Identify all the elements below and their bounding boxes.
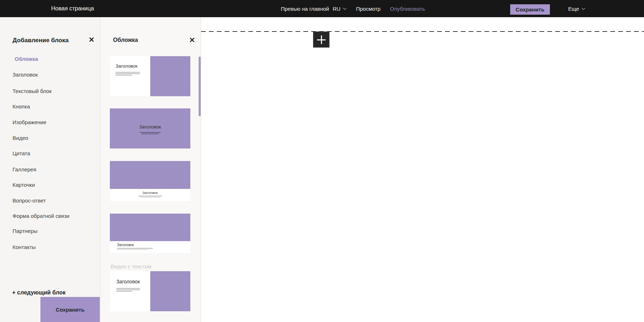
close-icon[interactable]: ✕	[88, 36, 96, 44]
template-body-lines	[138, 196, 162, 198]
panel-save-button[interactable]: Сохранить	[40, 297, 100, 322]
template-image-placeholder	[110, 161, 190, 189]
template-thumbnail-cover-full[interactable]: Заголовок	[110, 108, 190, 148]
sidebar-item-quote[interactable]: Цитата	[13, 150, 30, 157]
sidebar-item-cards[interactable]: Карточки	[13, 181, 35, 189]
template-thumbnail-video-with-text[interactable]: Заголовок	[110, 271, 190, 312]
sidebar-item-text-block[interactable]: Текстовый блок	[13, 88, 52, 95]
preview-on-main-link[interactable]: Превью на главной	[281, 0, 329, 17]
sidebar-item-cover[interactable]: Обложка	[15, 55, 38, 63]
close-icon[interactable]: ✕	[188, 36, 196, 44]
template-heading: Заголовок	[110, 191, 190, 195]
sidebar-item-contacts[interactable]: Контакты	[13, 244, 36, 251]
template-body-lines	[116, 72, 140, 76]
sidebar-item-image[interactable]: Изображение	[13, 119, 47, 126]
sidebar-item-video[interactable]: Видео	[13, 135, 28, 142]
view-link[interactable]: Просмотр	[356, 0, 381, 17]
top-bar: Новая страница Превью на главной RU Прос…	[0, 0, 644, 17]
template-body-lines	[116, 288, 140, 292]
add-block-panel: Добавление блока ✕ Обложка Заголовок Тек…	[0, 17, 101, 322]
drop-indicator-line	[201, 31, 644, 32]
chevron-down-icon	[343, 6, 346, 10]
sidebar-item-faq[interactable]: Вопрос-ответ	[13, 197, 46, 204]
template-heading: Заголовок	[117, 243, 134, 247]
template-video-placeholder	[150, 271, 190, 311]
chevron-down-icon	[581, 6, 585, 10]
sidebar-item-heading[interactable]: Заголовок	[13, 71, 38, 78]
more-menu[interactable]: Еще	[568, 0, 585, 17]
template-thumbnail-cover-split[interactable]: Заголовок	[110, 56, 190, 96]
template-thumbnail-image-top-center[interactable]: Заголовок	[110, 161, 190, 201]
next-block-button[interactable]: + следующий блок	[12, 289, 65, 296]
language-label: RU	[333, 6, 341, 12]
page-canvas	[201, 17, 644, 322]
more-label: Еще	[568, 6, 579, 12]
template-heading: Заголовок	[116, 63, 137, 69]
templates-panel-title: Обложка	[113, 37, 138, 43]
template-section-label: Видео с текстом	[111, 263, 151, 269]
plus-icon	[321, 35, 322, 44]
panel-scrollbar[interactable]	[199, 57, 201, 116]
save-button[interactable]: Сохранить	[510, 4, 550, 15]
template-body-lines	[117, 248, 153, 250]
template-heading: Заголовок	[110, 124, 190, 130]
add-block-panel-title: Добавление блока	[13, 37, 69, 44]
template-image-placeholder	[150, 56, 190, 96]
sidebar-item-feedback-form[interactable]: Форма обратной связи	[13, 213, 69, 220]
language-selector[interactable]: RU	[333, 0, 346, 17]
template-body-lines	[140, 132, 161, 135]
template-thumbnail-image-top-left[interactable]: Заголовок	[110, 214, 190, 253]
sidebar-item-button[interactable]: Кнопка	[13, 103, 30, 110]
sidebar-item-partners[interactable]: Партнеры	[13, 228, 38, 235]
page-title[interactable]: Новая страница	[51, 0, 94, 17]
add-block-plus-button[interactable]	[313, 31, 330, 48]
cover-templates-panel: Обложка ✕ Заголовок Заголовок Заголовок …	[101, 17, 201, 322]
template-image-placeholder	[110, 214, 190, 241]
sidebar-item-gallery[interactable]: Галлерея	[13, 166, 36, 173]
publish-link[interactable]: Опубликовать	[390, 0, 425, 17]
template-heading: Заголовок	[116, 279, 140, 284]
